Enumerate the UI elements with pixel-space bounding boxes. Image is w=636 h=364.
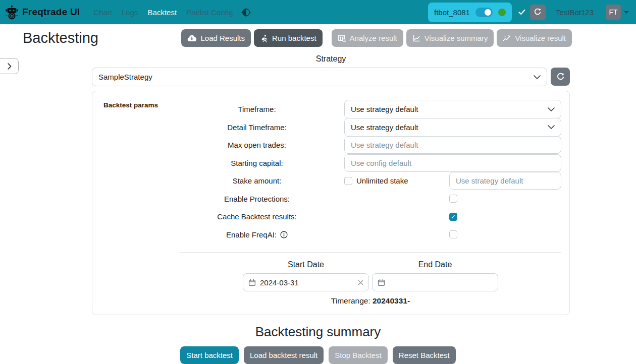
bot-name: ftbot_8081 — [434, 8, 470, 17]
chevron-down-icon — [548, 107, 555, 111]
max-open-trades-row: Max open trades: — [180, 136, 561, 154]
starting-capital-row: Starting capital: — [180, 154, 561, 172]
nav-link-pairlist-config[interactable]: Pairlist Config — [186, 8, 233, 17]
chevron-right-icon — [8, 63, 12, 70]
sparkline-icon — [503, 34, 511, 42]
detail-timeframe-select-value: Use strategy default — [351, 123, 548, 132]
date-range-section: Start Date — [180, 260, 561, 291]
theme-toggle-icon[interactable] — [241, 8, 251, 17]
detail-timeframe-row: Detail Timeframe: Use strategy default — [180, 118, 561, 137]
table-search-icon — [338, 34, 346, 42]
running-person-icon — [260, 34, 268, 42]
start-date-label: Start Date — [243, 260, 369, 269]
chevron-down-icon — [534, 75, 541, 79]
stake-amount-label: Stake amount: — [180, 176, 344, 185]
navbar: Freqtrade UI Chart Logs Backtest Pairlis… — [0, 0, 636, 24]
bot-toggle-knob — [485, 9, 491, 16]
cache-results-label: Cache Backtest results: — [180, 212, 344, 221]
enable-freqai-label: Enable FreqAI: — [226, 230, 277, 239]
timeframe-label: Timeframe: — [180, 105, 344, 113]
strategy-section: Strategy SampleStrategy — [92, 54, 570, 86]
button-label: Visualize summary — [425, 34, 488, 42]
bot-toggle[interactable] — [475, 8, 493, 17]
user-menu-caret-icon[interactable] — [624, 11, 629, 14]
timerange-label: Timerange: — [331, 296, 370, 305]
nav-link-logs[interactable]: Logs — [122, 8, 138, 17]
max-open-trades-input[interactable] — [344, 136, 561, 154]
refresh-icon — [534, 8, 542, 16]
calendar-icon — [248, 279, 256, 286]
params-form: Timeframe: Use strategy default Detail T… — [180, 100, 561, 306]
nav-link-backtest[interactable]: Backtest — [148, 8, 177, 17]
button-label: Analyze result — [350, 34, 397, 42]
nav-link-chart[interactable]: Chart — [93, 8, 112, 17]
timerange-value: 20240331- — [373, 296, 410, 305]
cache-results-row: Cache Backtest results: — [180, 208, 561, 226]
unlimited-stake-label: Unlimited stake — [356, 176, 408, 185]
strategy-refresh-button[interactable] — [551, 68, 570, 86]
check-icon — [518, 9, 525, 15]
starting-capital-input[interactable] — [344, 154, 561, 172]
visualize-summary-button[interactable]: Visualize summary — [406, 29, 494, 47]
run-backtest-button[interactable]: Run backtest — [254, 29, 323, 47]
user-avatar[interactable]: FT — [606, 5, 621, 20]
enable-protections-label: Enable Protections: — [180, 195, 344, 203]
timerange-display: Timerange: 20240331- — [180, 296, 561, 306]
end-date-label: End Date — [372, 260, 498, 269]
stake-amount-row: Stake amount: Unlimited stake — [180, 172, 561, 190]
summary-title: Backtesting summary — [0, 324, 636, 340]
info-icon[interactable] — [280, 231, 288, 238]
unlimited-stake-checkbox[interactable] — [344, 177, 352, 185]
max-open-trades-label: Max open trades: — [180, 141, 344, 149]
button-label: Run backtest — [272, 34, 316, 42]
end-date-field[interactable] — [372, 273, 498, 291]
strategy-label: Strategy — [92, 54, 570, 64]
chevron-down-icon — [548, 125, 555, 129]
strategy-select[interactable]: SampleStrategy — [92, 68, 547, 86]
analyze-result-button[interactable]: Analyze result — [332, 29, 403, 47]
backtest-params-card: Backtest params Timeframe: Use strategy … — [92, 91, 570, 315]
stake-amount-input[interactable] — [449, 172, 561, 190]
username: TestBot123 — [556, 8, 594, 17]
brand-title: Freqtrade UI — [22, 7, 80, 18]
timeframe-select[interactable]: Use strategy default — [344, 100, 561, 118]
brand[interactable]: Freqtrade UI — [5, 5, 80, 20]
sidebar-expand-button[interactable] — [0, 58, 19, 74]
calendar-icon — [378, 279, 385, 286]
enable-freqai-checkbox[interactable] — [449, 230, 457, 238]
load-backtest-result-button[interactable]: Load backtest result — [244, 346, 324, 364]
bot-selector[interactable]: ftbot_8081 — [428, 3, 512, 22]
header-actions: Load Results Run backtest — [181, 29, 572, 47]
starting-capital-label: Starting capital: — [180, 159, 344, 167]
load-results-button[interactable]: Load Results — [181, 29, 251, 47]
clear-date-icon[interactable] — [358, 280, 363, 285]
detail-timeframe-label: Detail Timeframe: — [180, 123, 344, 132]
cache-results-checkbox[interactable] — [449, 213, 457, 221]
enable-protections-row: Enable Protections: — [180, 190, 561, 208]
enable-freqai-row: Enable FreqAI: — [180, 226, 561, 244]
bot-refresh-button[interactable] — [530, 5, 546, 20]
page-header: Backtesting Load Results Run backtest — [0, 24, 636, 47]
page-title: Backtesting — [23, 30, 98, 46]
navbar-right: ftbot_8081 TestBot123 FT — [428, 3, 629, 22]
params-legend: Backtest params — [103, 100, 180, 306]
cloud-download-icon — [187, 34, 196, 42]
stop-backtest-button[interactable]: Stop Backtest — [329, 346, 388, 364]
bot-online-dot — [498, 9, 506, 16]
divider — [180, 252, 561, 253]
visualize-result-button[interactable]: Visualize result — [497, 29, 572, 47]
freqtrade-robot-logo-icon — [5, 5, 19, 20]
enable-protections-checkbox[interactable] — [449, 195, 457, 203]
button-label: Load Results — [200, 34, 245, 42]
start-date-input[interactable] — [260, 278, 354, 287]
refresh-icon — [556, 73, 565, 81]
strategy-select-value: SampleStrategy — [98, 73, 534, 81]
button-label: Visualize result — [515, 34, 566, 42]
start-date-field[interactable] — [243, 273, 369, 291]
timeframe-row: Timeframe: Use strategy default — [180, 100, 561, 118]
detail-timeframe-select[interactable]: Use strategy default — [344, 118, 561, 137]
end-date-input[interactable] — [389, 278, 493, 287]
nav-links: Chart Logs Backtest Pairlist Config — [93, 8, 233, 17]
reset-backtest-button[interactable]: Reset Backtest — [393, 346, 456, 364]
start-backtest-button[interactable]: Start backtest — [180, 346, 239, 364]
